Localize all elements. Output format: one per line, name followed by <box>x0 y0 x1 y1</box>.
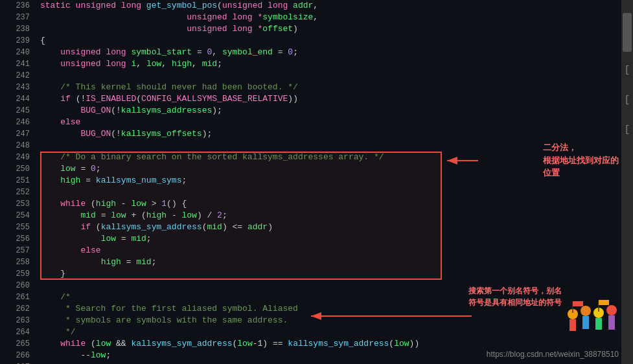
line-content: } <box>38 268 570 280</box>
line-number: 249 <box>0 152 38 163</box>
line-number: 248 <box>0 140 38 152</box>
code-line: 241 unsigned long i, low, high, mid; <box>0 58 570 70</box>
line-content: * Search for the first aliased symbol. A… <box>38 303 570 315</box>
line-number: 260 <box>0 280 38 291</box>
line-content: high = kallsyms_num_syms; <box>38 175 570 187</box>
code-line: 264 */ <box>0 326 570 338</box>
code-line: 236static unsigned long get_symbol_pos(u… <box>0 0 570 12</box>
line-number: 250 <box>0 163 38 175</box>
line-number: 256 <box>0 233 38 245</box>
line-content: static unsigned long get_symbol_pos(unsi… <box>38 0 570 12</box>
code-line: 249 /* Do a binary search on the sorted … <box>0 152 570 163</box>
code-line: 253 while (high - low > 1() { <box>0 198 570 210</box>
code-line: 237 unsigned long *symbolsize, <box>0 12 570 23</box>
code-line: 262 * Search for the first aliased symbo… <box>0 303 570 315</box>
code-line: 246 else <box>0 117 570 128</box>
code-line: 247 BUG_ON(!kallsyms_offsets); <box>0 128 570 140</box>
line-number: 255 <box>0 222 38 233</box>
svg-point-6 <box>581 306 591 316</box>
line-number: 263 <box>0 315 38 326</box>
code-container: 236static unsigned long get_symbol_pos(u… <box>0 0 633 364</box>
line-number: 236 <box>0 0 38 12</box>
line-number: 267 <box>0 361 38 364</box>
svg-rect-7 <box>582 316 589 329</box>
line-number: 244 <box>0 93 38 105</box>
line-number: 253 <box>0 198 38 210</box>
line-content: { <box>38 35 570 47</box>
code-line: 265 while (low && kallsyms_sym_address(l… <box>0 338 570 350</box>
line-number: 237 <box>0 12 38 23</box>
watermark: https://blog.csdn.net/weixin_38878510 <box>487 350 619 359</box>
code-line: 267 <box>0 361 570 364</box>
line-content: else <box>38 245 570 256</box>
line-content <box>38 70 570 82</box>
code-line: 245 BUG_ON(!kallsyms_addresses); <box>0 105 570 117</box>
code-line: 251 high = kallsyms_num_syms; <box>0 175 570 187</box>
line-number: 261 <box>0 291 38 303</box>
scrollbar-vertical[interactable]: [ [ [ <box>621 0 633 364</box>
line-content <box>38 187 570 198</box>
code-line: 238 unsigned long *offset) <box>0 23 570 35</box>
line-content <box>38 280 570 291</box>
line-number: 264 <box>0 326 38 338</box>
line-number: 266 <box>0 350 38 361</box>
code-line: 260 <box>0 280 570 291</box>
cartoon-image <box>563 295 621 343</box>
line-number: 257 <box>0 245 38 256</box>
line-content: unsigned long *symbolsize, <box>38 12 570 23</box>
line-number: 254 <box>0 210 38 222</box>
line-content: high = mid; <box>38 256 570 268</box>
code-line: 243 /* This kernel should never had been… <box>0 82 570 93</box>
line-number: 239 <box>0 35 38 47</box>
line-content: /* This kernel should never had been boo… <box>38 82 570 93</box>
code-line: 254 mid = low + (high - low) / 2; <box>0 210 570 222</box>
line-content: mid = low + (high - low) / 2; <box>38 210 570 222</box>
line-number: 251 <box>0 175 38 187</box>
code-line: 252 <box>0 187 570 198</box>
line-number: 241 <box>0 58 38 70</box>
svg-rect-9 <box>595 318 602 330</box>
code-line: 261 /* <box>0 291 570 303</box>
code-line: 255 if (kallsyms_sym_address(mid) <= add… <box>0 222 570 233</box>
line-content: unsigned long symbol_start = 0, symbol_e… <box>38 47 570 58</box>
line-content: if (kallsyms_sym_address(mid) <= addr) <box>38 222 570 233</box>
svg-rect-15 <box>599 300 609 305</box>
line-number: 262 <box>0 303 38 315</box>
line-number: 247 <box>0 128 38 140</box>
svg-rect-13 <box>573 301 583 306</box>
line-content: /* Do a binary search on the sorted kall… <box>38 152 570 163</box>
line-number: 243 <box>0 82 38 93</box>
code-line: 258 high = mid; <box>0 256 570 268</box>
line-number: 258 <box>0 256 38 268</box>
code-line: 240 unsigned long symbol_start = 0, symb… <box>0 47 570 58</box>
line-content <box>38 361 570 364</box>
line-number: 252 <box>0 187 38 198</box>
code-line: 244 if (!IS_ENABLED(CONFIG_KALLSYMS_BASE… <box>0 93 570 105</box>
scrollbar-thumb[interactable] <box>623 13 632 52</box>
code-line: 257 else <box>0 245 570 256</box>
line-content: low = mid; <box>38 233 570 245</box>
svg-point-10 <box>606 305 617 315</box>
line-content: */ <box>38 326 570 338</box>
code-line: 266 --low; <box>0 350 570 361</box>
line-content: BUG_ON(!kallsyms_addresses); <box>38 105 570 117</box>
code-area: 236static unsigned long get_symbol_pos(u… <box>0 0 570 364</box>
code-line: 248 <box>0 140 570 152</box>
line-content: low = 0; <box>38 163 570 175</box>
code-line: 250 low = 0; <box>0 163 570 175</box>
line-number: 242 <box>0 70 38 82</box>
line-content: unsigned long *offset) <box>38 23 570 35</box>
line-content: /* <box>38 291 570 303</box>
line-number: 245 <box>0 105 38 117</box>
line-number: 246 <box>0 117 38 128</box>
line-content: * symbols are symbols with the same addr… <box>38 315 570 326</box>
line-number: 259 <box>0 268 38 280</box>
code-line: 242 <box>0 70 570 82</box>
code-line: 263 * symbols are symbols with the same … <box>0 315 570 326</box>
line-content: BUG_ON(!kallsyms_offsets); <box>38 128 570 140</box>
line-content <box>38 140 570 152</box>
line-number: 240 <box>0 47 38 58</box>
code-line: 259 } <box>0 268 570 280</box>
line-content: while (high - low > 1() { <box>38 198 570 210</box>
svg-rect-5 <box>570 319 576 331</box>
